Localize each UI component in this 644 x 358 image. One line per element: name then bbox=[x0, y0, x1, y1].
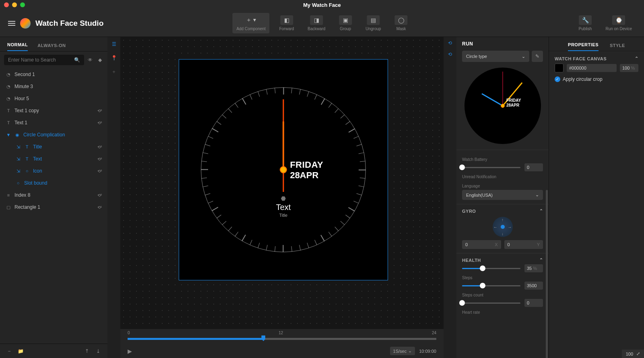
sliders-icon[interactable]: ⟲ bbox=[448, 40, 452, 46]
opacity-input[interactable]: 100 % bbox=[620, 64, 638, 72]
tag-icon: ⟲³ bbox=[97, 121, 102, 125]
group-button[interactable]: ▣Group bbox=[335, 13, 356, 33]
check-icon: ✓ bbox=[555, 76, 560, 82]
tag-icon: ⟲³ bbox=[97, 169, 102, 173]
layer-text1[interactable]: TText 1⟲³ bbox=[0, 117, 107, 129]
gyro-control[interactable]: ↑ ↓ ← → bbox=[493, 217, 513, 237]
circle-icon: ○ bbox=[15, 181, 21, 185]
chevron-up-icon[interactable]: ⌃ bbox=[539, 257, 543, 263]
heart-rate-value[interactable]: 0 bbox=[524, 299, 543, 307]
steps-pct-slider[interactable] bbox=[462, 268, 520, 269]
gyro-x-input[interactable]: 0X bbox=[462, 240, 501, 249]
layer-circle-complication[interactable]: ▼◉Circle Complication bbox=[0, 129, 107, 141]
preview-second-hand bbox=[502, 72, 503, 106]
layer-comp-slot[interactable]: ○Slot bound bbox=[0, 177, 107, 189]
close-window-icon[interactable] bbox=[4, 2, 9, 7]
edit-icon[interactable]: ✎ bbox=[532, 51, 543, 62]
add-component-button[interactable]: ＋ ▾Add Component bbox=[232, 13, 269, 33]
layer-rectangle[interactable]: ▢Rectangle 1⟲¹ bbox=[0, 201, 107, 213]
layer-index[interactable]: ≡Index 8⟲² bbox=[0, 189, 107, 201]
tab-always-on[interactable]: ALWAYS-ON bbox=[37, 43, 66, 51]
layer-comp-icon[interactable]: ⇲○Icon⟲³ bbox=[0, 165, 107, 177]
steps-pct-value[interactable]: 35 % bbox=[524, 264, 543, 272]
wrench-icon: 🔧 bbox=[579, 15, 592, 25]
layer-comp-title[interactable]: ⇲TTitle⟲³ bbox=[0, 141, 107, 153]
layers-panel: NORMAL ALWAYS-ON 🔍 👁 ◆ ◔Second 1 ◔Minute… bbox=[0, 37, 107, 358]
fullscreen-icon[interactable]: ⤢ bbox=[636, 351, 640, 356]
circular-crop-checkbox[interactable]: ✓ Apply circular crop bbox=[555, 76, 638, 82]
tag-icon: ⟲¹ bbox=[97, 205, 102, 210]
complication[interactable]: Text Title bbox=[276, 196, 291, 218]
app-brand: Watch Face Studio bbox=[8, 18, 103, 29]
layer-comp-text[interactable]: ⇲TText⟲³ bbox=[0, 153, 107, 165]
mask-icon: ◯ bbox=[395, 15, 408, 25]
color-swatch[interactable] bbox=[555, 64, 564, 72]
tab-properties[interactable]: PROPERTIES bbox=[568, 42, 599, 51]
minimize-window-icon[interactable] bbox=[12, 2, 17, 7]
download-icon[interactable]: ⤓ bbox=[95, 348, 102, 355]
canvas-viewport[interactable]: FRIDAY 28APR Text Title bbox=[120, 37, 444, 329]
layers-footer: − 📁 ⤒ ⤓ bbox=[0, 344, 107, 358]
visibility-icon[interactable]: 👁 bbox=[87, 56, 94, 64]
main-toolbar: Watch Face Studio ＋ ▾Add Component ◧Forw… bbox=[0, 10, 644, 37]
folder-icon[interactable]: 📁 bbox=[17, 348, 24, 355]
window-controls[interactable] bbox=[4, 2, 25, 7]
backward-button[interactable]: ◨Backward bbox=[303, 13, 329, 33]
layer-search-input[interactable]: 🔍 bbox=[4, 55, 84, 65]
layer-hour[interactable]: ◔Hour 5 bbox=[0, 93, 107, 105]
timeline-track[interactable]: 01224 bbox=[128, 332, 436, 343]
layers-icon[interactable]: ☰ bbox=[110, 40, 118, 48]
ungroup-button[interactable]: ▤Ungroup bbox=[361, 13, 385, 33]
chevron-up-icon[interactable]: ⌃ bbox=[635, 56, 639, 61]
publish-button[interactable]: 🔧Publish bbox=[575, 13, 596, 33]
preview-hub bbox=[501, 104, 505, 108]
chevron-down-icon: ⌄ bbox=[535, 192, 539, 198]
heart-rate-slider[interactable] bbox=[462, 302, 520, 304]
battery-value[interactable]: 0 bbox=[524, 163, 543, 171]
tag-icon: ⟲³ bbox=[97, 109, 102, 113]
maximize-window-icon[interactable] bbox=[20, 2, 25, 7]
plus-icon[interactable]: ＋ bbox=[110, 68, 118, 76]
layer-minute[interactable]: ◔Minute 3 bbox=[0, 80, 107, 93]
language-select[interactable]: English(USA)⌄ bbox=[462, 190, 543, 200]
link-icon: ⇲ bbox=[15, 156, 21, 162]
timeline: 01224 ▶ 1S/sec⌄ 10:09:00 bbox=[120, 329, 444, 358]
zoom-indicator[interactable]: 100⤢ bbox=[622, 350, 644, 358]
mask-button[interactable]: ◯Mask bbox=[391, 13, 412, 33]
minus-icon[interactable]: − bbox=[6, 348, 13, 355]
tab-style[interactable]: STYLE bbox=[610, 43, 625, 51]
gyro-y-input[interactable]: 0Y bbox=[504, 240, 543, 249]
shape-select[interactable]: Circle type⌄ bbox=[462, 51, 529, 62]
clock-hand-icon: ◔ bbox=[6, 96, 11, 101]
run-tool-strip: ⟲ ⟲ bbox=[444, 37, 456, 358]
date-block: FRIDAY 28APR bbox=[290, 160, 323, 181]
chevron-down-icon[interactable]: ▼ bbox=[6, 132, 11, 137]
steps-count-slider[interactable] bbox=[462, 285, 520, 286]
scrollbar[interactable] bbox=[546, 190, 548, 358]
artboard[interactable]: FRIDAY 28APR Text Title bbox=[179, 59, 388, 280]
layer-text1copy[interactable]: TText 1 copy⟲³ bbox=[0, 105, 107, 117]
circle-icon: ○ bbox=[24, 169, 30, 173]
color-hex-input[interactable]: #000000 bbox=[567, 64, 617, 72]
chevron-up-icon[interactable]: ⌃ bbox=[539, 208, 543, 214]
upload-icon[interactable]: ⤒ bbox=[83, 348, 91, 355]
run-header: RUN bbox=[456, 37, 549, 51]
timeline-handle[interactable] bbox=[261, 335, 265, 341]
battery-slider[interactable] bbox=[462, 167, 520, 168]
link-icon: ⇲ bbox=[15, 144, 21, 150]
playback-rate-select[interactable]: 1S/sec⌄ bbox=[390, 347, 415, 355]
search-field[interactable] bbox=[8, 57, 74, 63]
link-icon[interactable]: ⟲ bbox=[448, 51, 452, 57]
forward-button[interactable]: ◧Forward bbox=[275, 13, 298, 33]
tab-normal[interactable]: NORMAL bbox=[7, 42, 28, 51]
pin-icon[interactable]: 📍 bbox=[110, 54, 118, 62]
menu-icon[interactable] bbox=[8, 21, 15, 26]
filter-icon[interactable]: ◆ bbox=[96, 56, 103, 64]
hand-hub bbox=[280, 166, 287, 173]
steps-count-value[interactable]: 3500 bbox=[524, 282, 543, 290]
play-button[interactable]: ▶ bbox=[128, 348, 132, 354]
preview-date: FRIDAY28APR bbox=[506, 98, 521, 108]
layer-second[interactable]: ◔Second 1 bbox=[0, 68, 107, 80]
timeline-time: 10:09:00 bbox=[419, 349, 436, 354]
run-on-device-button[interactable]: ⌚Run on Device bbox=[601, 13, 636, 33]
